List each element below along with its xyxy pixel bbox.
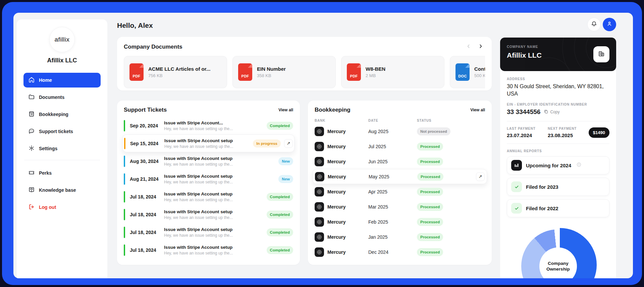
document-name: ACME LLC Articles of or...	[148, 66, 210, 72]
sidebar-item-documents[interactable]: Documents	[23, 90, 101, 105]
document-card[interactable]: PDF ACME LLC Articles of or... 756 KB	[124, 56, 227, 88]
sidebar-item-bookkeeping[interactable]: Bookkeeping	[23, 107, 101, 122]
bookkeeping-row[interactable]: Mercury Feb 2025 Processed	[315, 214, 485, 229]
status-badge: Processed	[417, 142, 443, 151]
mercury-bank-icon	[315, 172, 324, 181]
document-size: 2 MB	[366, 73, 385, 78]
ticket-row[interactable]: Jul 18, 2024 Issue with Stripe Account s…	[124, 241, 293, 259]
divider	[507, 121, 609, 121]
document-card[interactable]: DOC Contract 500 KB	[450, 56, 485, 88]
document-card[interactable]: PDF W8-BEN 2 MB	[341, 56, 444, 88]
sidebar-item-label: Settings	[39, 146, 57, 151]
ticket-status-bar	[124, 156, 125, 167]
open-ticket-button[interactable]: ↗	[284, 139, 293, 148]
document-card[interactable]: PDF EIN Number 358 KB	[232, 56, 336, 88]
bar-chart-icon	[511, 160, 522, 171]
status-badge: Processed	[417, 188, 443, 196]
document-size: 500 KB	[474, 73, 485, 78]
gear-icon	[28, 145, 35, 153]
status-badge: New	[278, 157, 293, 165]
documents-title: Company Documents	[124, 44, 182, 50]
status-badge: In progress	[253, 139, 281, 148]
status-badge: New	[278, 175, 293, 183]
payment-amount-badge: $1490	[589, 127, 609, 138]
ticket-row[interactable]: Aug 21, 2024 Issue with Stripe Account s…	[124, 170, 293, 188]
chevron-left-icon	[466, 44, 471, 50]
company-name-label: COMPANY NAME	[507, 45, 542, 49]
company-name-card: COMPANY NAME Afillix LLC	[500, 38, 616, 71]
bookkeeping-row[interactable]: Mercury Jun 2025 Processed	[315, 154, 485, 169]
ticket-status-bar	[124, 209, 125, 220]
window-frame: afillix Afillix LLC Home Documents Bookk…	[2, 2, 642, 285]
ticket-row[interactable]: Jul 18, 2024 Issue with Stripe Account s…	[124, 206, 293, 223]
arrow-up-right-icon: ↗	[479, 174, 482, 179]
sidebar-item-label: Home	[39, 77, 52, 83]
company-documents-panel: Company Documents PDF ACME LLC Articles …	[117, 37, 492, 91]
bookkeeping-row[interactable]: Mercury Apr 2025 Processed	[315, 184, 485, 199]
carousel-prev-button[interactable]	[464, 43, 473, 51]
bookkeeping-row[interactable]: Mercury Dec 2024 Processed	[315, 244, 485, 260]
ticket-row[interactable]: Sep 15, 2024 Issue with Stripe Account s…	[122, 134, 294, 152]
annual-reports-label: ANNUAL REPORTS	[507, 149, 609, 153]
sidebar-item-support-tickets[interactable]: Support tickets	[23, 124, 101, 139]
ticket-row[interactable]: Jul 18, 2024 Issue with Stripe Account s…	[124, 188, 293, 206]
bookkeeping-row[interactable]: Mercury Jul 2025 Processed	[315, 139, 485, 154]
ticket-status-bar	[124, 120, 125, 131]
bookkeeping-row[interactable]: Mercury Jan 2025 Processed	[315, 229, 485, 244]
divider	[507, 144, 609, 144]
company-profile-button[interactable]	[593, 46, 609, 62]
app-surface: afillix Afillix LLC Home Documents Bookk…	[13, 13, 633, 278]
mercury-bank-icon	[315, 247, 324, 257]
ticket-status-bar	[124, 191, 125, 203]
document-name: W8-BEN	[366, 66, 385, 72]
support-tickets-panel: Support Tickets View all Sep 20, 2024 Is…	[117, 101, 300, 265]
bookkeeping-row[interactable]: Mercury May 2025 Processed ↗	[313, 169, 487, 184]
logout-icon	[28, 204, 35, 211]
building-icon	[598, 50, 605, 59]
ein-label: EIN - EMPLOYER IDENTIFICATION NUMBER	[507, 103, 609, 106]
carousel-next-button[interactable]	[476, 43, 485, 51]
document-name: Contract	[474, 66, 485, 72]
support-tickets-view-all[interactable]: View all	[278, 108, 293, 112]
bookkeeping-row[interactable]: Mercury Mar 2025 Processed	[315, 199, 485, 214]
ticket-row[interactable]: Aug 30, 2024 Issue with Stripe Account s…	[124, 152, 293, 170]
next-payment-value: 23.08.2025	[548, 132, 589, 138]
profile-button[interactable]	[603, 18, 616, 31]
status-badge: Completed	[267, 211, 293, 219]
status-badge: Processed	[417, 173, 443, 181]
sidebar-item-label: Log out	[39, 205, 56, 210]
doc-file-icon: DOC	[455, 63, 470, 81]
sidebar-item-label: Documents	[39, 95, 64, 100]
bookkeeping-column-headers: BANK DATE STATUS	[315, 119, 485, 122]
ein-value: 33 3344556	[507, 108, 540, 116]
open-report-button[interactable]: ↗	[476, 172, 485, 181]
page-title: Hello, Alex	[117, 21, 153, 30]
next-payment-label: NEXT PAYMENT	[548, 127, 589, 130]
ticket-row[interactable]: Sep 20, 2024 Issue with Stripe Account..…	[124, 117, 293, 134]
address-label: ADDRESS	[507, 77, 609, 81]
bookkeeping-panel: Bookkeeping View all BANK DATE STATUS Me…	[308, 101, 492, 265]
report-card-upcoming[interactable]: Upcoming for 2024	[507, 156, 609, 174]
report-card-filed-2022[interactable]: Filed for 2022	[507, 199, 609, 217]
copy-ein-button[interactable]: Copy	[544, 109, 559, 115]
ticket-row[interactable]: Jul 18, 2024 Issue with Stripe Account s…	[124, 223, 293, 241]
sidebar-item-log-out[interactable]: Log out	[23, 200, 101, 215]
sidebar-item-home[interactable]: Home	[23, 73, 101, 88]
check-icon	[511, 203, 522, 214]
check-icon	[511, 181, 522, 192]
bookkeeping-view-all[interactable]: View all	[470, 108, 485, 112]
chat-icon	[28, 128, 35, 135]
status-badge: Processed	[417, 218, 443, 226]
sidebar-item-perks[interactable]: Perks	[23, 166, 101, 180]
sidebar-item-settings[interactable]: Settings	[23, 141, 101, 156]
mercury-bank-icon	[315, 217, 324, 227]
support-tickets-title: Support Tickets	[124, 107, 167, 113]
bookkeeping-row[interactable]: Mercury Aug 2025 Not processed	[315, 124, 485, 139]
notifications-button[interactable]	[587, 18, 601, 31]
sidebar-item-knowledge-base[interactable]: Knowledge base	[23, 183, 101, 197]
ticket-status-bar	[124, 244, 125, 256]
report-card-filed-2023[interactable]: Filed for 2023	[507, 178, 609, 196]
sidebar-company-name: Afillix LLC	[23, 57, 101, 64]
bell-icon	[591, 21, 597, 28]
company-info-panel: COMPANY NAME Afillix LLC ADDRESS 30 N Go…	[500, 38, 616, 278]
